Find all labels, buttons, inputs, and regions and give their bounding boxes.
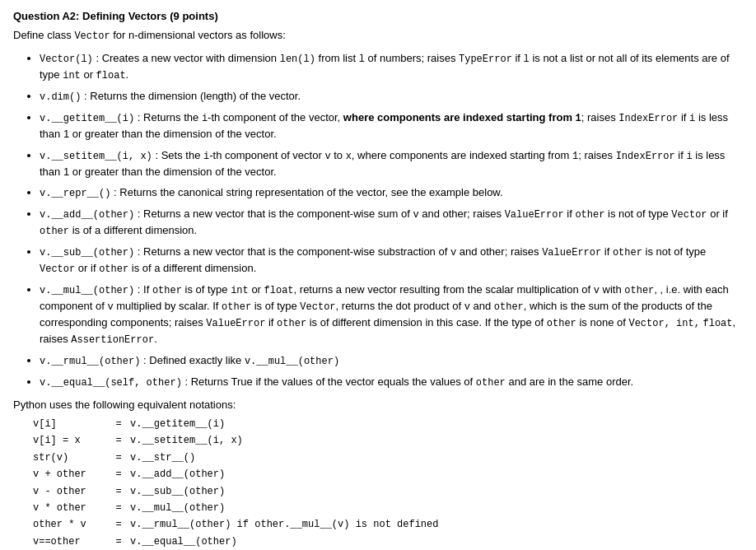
equiv-row-add: v + other = v.__add__(other)	[33, 466, 743, 482]
bullet-code-i1: i	[202, 113, 208, 124]
equiv-left-setitem: v[i] = x	[33, 432, 107, 449]
equiv-left-mul: v * other	[33, 500, 107, 516]
bullet-add: v.__add__(other) : Returns a new vector …	[40, 206, 743, 239]
bullet-code-other1: other	[575, 209, 604, 221]
equiv-right-add: v.__add__(other)	[130, 466, 225, 482]
bullet-code-int: int	[63, 70, 81, 82]
equiv-row-rmul: other * v = v.__rmul__(other) if other._…	[33, 516, 743, 533]
bullet-code-1b: 1	[572, 151, 578, 162]
equiv-intro: Python uses the following equivalent not…	[13, 399, 236, 411]
equiv-right-setitem: v.__setitem__(i, x)	[130, 432, 243, 449]
bullet-getitem: v.__getitem__(i) : Returns the i-th comp…	[40, 110, 743, 142]
equiv-left-getitem: v[i]	[33, 416, 107, 432]
equiv-right-mul: v.__mul__(other)	[130, 500, 225, 516]
bullet-code-other5: other	[152, 285, 182, 296]
bullet-code-assertionerror: AssertionError	[71, 334, 154, 346]
bullet-code-repr: v.__repr__()	[40, 188, 110, 199]
equiv-eq-mul: =	[107, 500, 130, 516]
intro-text-after: for n-dimensional vectors as follows:	[110, 29, 286, 41]
bullet-dim: v.dim() : Returns the dimension (length)…	[40, 88, 743, 105]
bullet-code-mul-ref: v.__mul__(other)	[245, 356, 339, 367]
bullet-code-other11: other	[476, 377, 506, 389]
bullet-code-l: l	[359, 54, 365, 65]
bullet-code-other2: other	[40, 226, 69, 237]
equiv-right-str: v.__str__()	[130, 450, 195, 466]
bullet-vector-constructor: Vector(l) : Creates a new vector with di…	[40, 50, 743, 83]
bullet-equal: v.__equal__(self, other) : Returns True …	[40, 374, 743, 390]
bullet-code-1val: 1	[576, 113, 581, 124]
bullet-code-mul: v.__mul__(other)	[40, 285, 134, 296]
equiv-eq-setitem: =	[107, 432, 130, 449]
bullet-code-v5: v	[107, 301, 113, 313]
equiv-left-add: v + other	[33, 466, 107, 482]
bullet-repr: v.__repr__() : Returns the canonical str…	[40, 184, 743, 201]
equiv-eq-rmul: =	[107, 516, 130, 533]
bullet-code-other9: other	[277, 318, 306, 329]
question-block: Question A2: Defining Vectors (9 points)…	[0, 0, 756, 550]
bullet-code-v4: v	[594, 285, 600, 296]
bullet-code-other3: other	[613, 247, 642, 259]
equiv-right-sub: v.__sub__(other)	[130, 483, 225, 500]
bullet-code-l2: l	[524, 54, 530, 65]
equiv-row-setitem: v[i] = x = v.__setitem__(i, x)	[33, 432, 743, 449]
equiv-row-equal: v==other = v.__equal__(other)	[33, 534, 743, 550]
bullet-code-other7: other	[222, 301, 251, 313]
bullet-sub: v.__sub__(other) : Returns a new vector …	[40, 244, 743, 277]
equiv-right-getitem: v.__getitem__(i)	[130, 416, 225, 432]
bullet-code-i4: i	[686, 151, 692, 162]
equiv-table: v[i] = v.__getitem__(i) v[i] = x = v.__s…	[33, 416, 743, 550]
equiv-eq-str: =	[107, 450, 130, 466]
bullet-code-vector3: Vector	[300, 301, 335, 313]
bullet-code-other10: other	[547, 318, 576, 329]
bullet-code-float2: float	[264, 285, 294, 296]
equiv-left-equal: v==other	[33, 534, 107, 550]
bullet-code-x: x	[346, 151, 352, 162]
bullet-code-setitem: v.__setitem__(i, x)	[40, 151, 152, 162]
bullet-code-valueerror1: ValueError	[505, 209, 564, 221]
equiv-row-str: str(v) = v.__str__()	[33, 450, 743, 466]
bullet-code-vector2: Vector	[40, 263, 75, 275]
equiv-eq-getitem: =	[107, 416, 130, 432]
bullet-code-vector1: Vector	[671, 209, 707, 221]
bullet-code-sub: v.__sub__(other)	[40, 247, 134, 259]
equiv-right-equal: v.__equal__(other)	[130, 534, 237, 550]
bullet-code-1: Vector(l)	[40, 54, 93, 65]
equiv-row-mul: v * other = v.__mul__(other)	[33, 500, 743, 516]
bullet-code-float3: float	[702, 318, 732, 329]
bullet-code-i3: i	[203, 151, 209, 162]
intro-code: Vector	[74, 30, 110, 42]
bullet-code-other8: other	[494, 301, 524, 313]
bullet-code-v2: v	[413, 209, 418, 221]
equiv-eq-equal: =	[107, 534, 130, 550]
equiv-section: Python uses the following equivalent not…	[13, 399, 743, 411]
bullet-code-dim: v.dim()	[40, 91, 81, 103]
bullet-code-float: float	[96, 70, 126, 82]
equiv-left-sub: v - other	[33, 483, 107, 500]
bullet-code-v6: v	[464, 301, 470, 313]
bullet-code-equal: v.__equal__(self, other)	[40, 377, 182, 389]
bullet-code-len: len(l)	[280, 54, 315, 65]
bullet-code-v1: v	[324, 151, 330, 162]
bullet-code-int2: int	[231, 285, 249, 296]
bullet-rmul: v.__rmul__(other) : Defined exactly like…	[40, 352, 743, 369]
equiv-eq-add: =	[107, 466, 130, 482]
bullet-code-indexerror1: IndexError	[618, 113, 678, 124]
bullet-code-add: v.__add__(other)	[40, 209, 134, 221]
bullet-code-i2: i	[689, 113, 695, 124]
bullet-code-valueerror3: ValueError	[206, 318, 265, 329]
equiv-row-sub: v - other = v.__sub__(other)	[33, 483, 743, 500]
bullet-code-vector-int: Vector, int,	[628, 318, 699, 329]
bullet-code-valueerror2: ValueError	[542, 247, 601, 259]
intro-text: Define class Vector for n-dimensional ve…	[13, 29, 743, 42]
bullet-bold-1: 1	[576, 111, 581, 124]
bullet-bold-text: where components are indexed starting fr…	[343, 111, 572, 124]
bullet-list: Vector(l) : Creates a new vector with di…	[13, 50, 743, 390]
bullet-code-v3: v	[450, 247, 456, 259]
bullet-code-rmul: v.__rmul__(other)	[40, 356, 140, 367]
equiv-eq-sub: =	[107, 483, 130, 500]
bullet-code-getitem: v.__getitem__(i)	[40, 113, 134, 124]
bullet-code-other6: other	[624, 285, 654, 296]
bullet-code-indexerror2: IndexError	[616, 151, 675, 162]
bullet-code-typeerror: TypeError	[459, 54, 512, 65]
equiv-left-rmul: other * v	[33, 516, 107, 533]
